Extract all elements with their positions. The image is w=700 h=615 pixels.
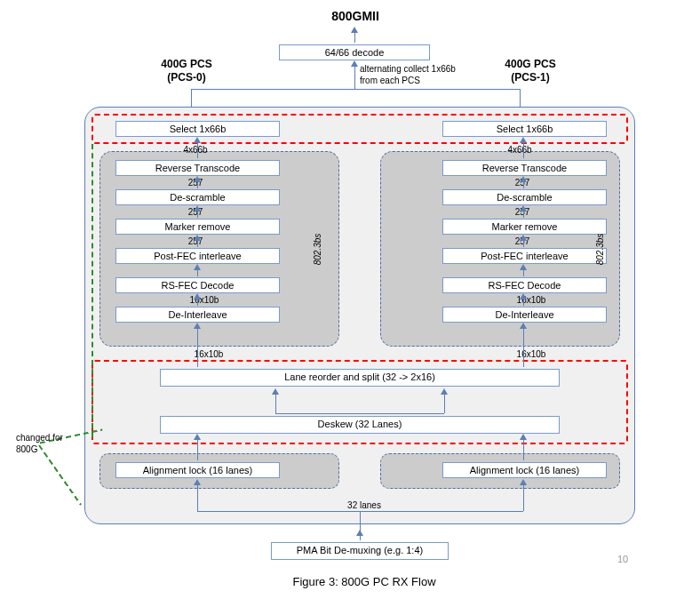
label-16x10b-l2: 16x10b bbox=[182, 349, 235, 359]
arrow-line bbox=[275, 394, 276, 413]
pcs1-title2: (PCS-1) bbox=[490, 71, 570, 84]
ah bbox=[520, 293, 527, 300]
align-lock-r: Alignment lock (16 lanes) bbox=[442, 462, 607, 478]
ah bbox=[520, 434, 527, 440]
label-32lanes: 32 lanes bbox=[338, 500, 391, 510]
arrow-head bbox=[520, 323, 527, 329]
al bbox=[197, 140, 198, 158]
pcs0-title1: 400G PCS bbox=[147, 58, 227, 70]
al bbox=[523, 437, 524, 460]
al bbox=[197, 437, 198, 460]
postfec-l: Post-FEC interleave bbox=[115, 248, 280, 264]
split-vr bbox=[523, 483, 524, 511]
changed-note2: 800G bbox=[16, 444, 83, 454]
collector-line bbox=[191, 89, 520, 90]
ah bbox=[520, 264, 527, 270]
label-16x10b-r1: 16x10b bbox=[505, 295, 558, 305]
deinterleave-r: De-Interleave bbox=[442, 307, 607, 323]
label-4x66b-l: 4x66b bbox=[173, 145, 218, 155]
arrow-line bbox=[354, 32, 355, 43]
select-left: Select 1x66b bbox=[115, 121, 280, 137]
pcs1-title1: 400G PCS bbox=[490, 58, 570, 70]
ah bbox=[520, 176, 527, 182]
select-right: Select 1x66b bbox=[442, 121, 607, 137]
pma-box: PMA Bit De-muxing (e.g. 1:4) bbox=[271, 542, 449, 560]
rev-transcode-l: Reverse Transcode bbox=[115, 160, 280, 176]
ah bbox=[520, 205, 527, 212]
ah bbox=[356, 530, 363, 536]
title: 800GMII bbox=[320, 9, 391, 23]
h-connector-r bbox=[355, 413, 444, 414]
arrow-head bbox=[351, 27, 358, 33]
ah bbox=[194, 434, 201, 440]
figure-caption: Figure 3: 800G PC RX Flow bbox=[249, 575, 480, 588]
arrow-head bbox=[351, 60, 358, 67]
decode-box: 64/66 decode bbox=[279, 44, 430, 60]
descramble-r: De-scramble bbox=[442, 189, 607, 205]
collect-note-1: alternating collect 1x66b bbox=[360, 64, 493, 74]
collect-note-2: from each PCS bbox=[360, 76, 493, 85]
ah bbox=[520, 235, 527, 241]
postfec-r: Post-FEC interleave bbox=[442, 248, 607, 264]
green-vert bbox=[91, 144, 93, 437]
label-16x10b-r2: 16x10b bbox=[505, 349, 558, 359]
ah bbox=[194, 205, 201, 212]
align-lock-l: Alignment lock (16 lanes) bbox=[115, 462, 280, 478]
arrow-line bbox=[523, 326, 524, 367]
lane-reorder: Lane reorder and split (32 -> 2x16) bbox=[160, 369, 560, 387]
descramble-l: De-scramble bbox=[115, 189, 280, 205]
al bbox=[523, 140, 524, 158]
ah bbox=[194, 176, 201, 182]
ah bbox=[194, 137, 201, 143]
pcs0-title2: (PCS-0) bbox=[147, 71, 227, 84]
page-number: 10 bbox=[617, 554, 628, 564]
label-4x66b-r: 4x66b bbox=[497, 145, 542, 155]
ah bbox=[194, 235, 201, 241]
label-8023bs-l: 802.3bs bbox=[313, 234, 322, 266]
h-connector-l bbox=[275, 413, 364, 414]
arrow-head bbox=[441, 388, 448, 395]
marker-remove-r: Marker remove bbox=[442, 219, 607, 235]
rev-transcode-r: Reverse Transcode bbox=[442, 160, 607, 176]
arrow-head bbox=[194, 323, 201, 329]
marker-remove-l: Marker remove bbox=[115, 219, 280, 235]
ah bbox=[194, 479, 201, 485]
arrow-line bbox=[197, 326, 198, 367]
ah bbox=[520, 137, 527, 143]
arrow-line bbox=[444, 394, 445, 413]
ah bbox=[520, 479, 527, 485]
changed-note1: changed for bbox=[16, 433, 83, 443]
arrow-line bbox=[354, 64, 355, 89]
label-8023bs-r: 802.3bs bbox=[595, 234, 605, 266]
label-16x10b-l1: 16x10b bbox=[178, 295, 231, 305]
split-vl bbox=[197, 483, 198, 511]
deskew: Deskew (32 Lanes) bbox=[160, 416, 560, 434]
rsfec-l: RS-FEC Decode bbox=[115, 277, 280, 293]
rsfec-r: RS-FEC Decode bbox=[442, 277, 607, 293]
ah bbox=[194, 264, 201, 270]
arrow-head bbox=[272, 388, 279, 395]
ah bbox=[194, 293, 201, 300]
deinterleave-l: De-Interleave bbox=[115, 307, 280, 323]
